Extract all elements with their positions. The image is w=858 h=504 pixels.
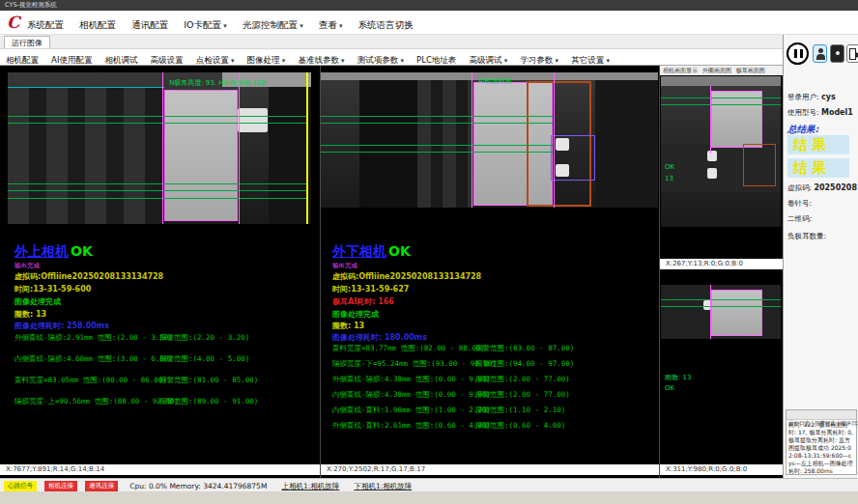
- menu-items: 系统配置 相机配置 通讯配置 IO卡配置 光源控制配置 查看 系统语言切换: [27, 11, 424, 35]
- toolbar-item-other-settings[interactable]: 其它设置: [571, 55, 610, 65]
- toolbar-item-spot-check[interactable]: 点检设置: [196, 55, 235, 65]
- toolbar-item-ai-usage[interactable]: AI使用配置: [51, 55, 92, 65]
- aux-bottom-pixel-coordinates: X:311;Y:980;R:0;G:0;B:0: [660, 464, 783, 475]
- green-measure-line: [8, 183, 307, 184]
- machine-dark-area: [359, 80, 417, 208]
- left-camera-subtitle: 输出完成: [14, 262, 40, 270]
- negative-tab-count-field: 负极耳数量:: [787, 232, 826, 241]
- qr-code-label: 二维码:: [787, 214, 812, 223]
- battery-cell-region: [164, 90, 238, 221]
- machine-structure: [8, 87, 162, 224]
- battery-cell-region: [711, 290, 762, 336]
- tab-run-image[interactable]: 运行图像: [4, 36, 50, 49]
- measurement-value: 隔膜宽度-上=90.56mm 范围:(88.00 - 92.00): [14, 397, 179, 406]
- green-measure-line: [321, 123, 553, 124]
- magenta-edge-line: [472, 72, 472, 208]
- menu-item-light-config[interactable]: 光源控制配置: [243, 19, 303, 30]
- toolbar-item-test-params[interactable]: 测试项参数: [358, 55, 404, 65]
- alarm-range: 报警范围:(2.00 - 77.00): [475, 390, 570, 400]
- toolbar-item-baseline-params[interactable]: 基准线参数: [298, 55, 344, 65]
- menu-item-comm-config[interactable]: 通讯配置: [131, 19, 168, 30]
- machine-structure: [417, 80, 473, 208]
- lock-screen-button[interactable]: [830, 44, 844, 63]
- model-label: 使用型号:: [787, 108, 819, 117]
- aux-tab-tab-view[interactable]: 极耳画面图: [736, 67, 765, 73]
- left-turn-count: 圈数: 13: [14, 309, 46, 320]
- log-box: 运行日志报警日志错误日志 耗时: 222, 极耳检测耗时: 17, 极耳分离耗时…: [786, 409, 857, 475]
- machine-dark-area: [269, 87, 311, 224]
- window-titlebar[interactable]: CYS-视觉检测系统: [0, 0, 858, 11]
- menu-item-io-config[interactable]: IO卡配置: [184, 19, 227, 30]
- lower-camera-fault-status[interactable]: 下相机1:相机故障: [354, 482, 412, 490]
- alarm-range: 报警范围:(2.20 - 3.20): [159, 333, 249, 343]
- tab-highlight-blob: [707, 151, 717, 161]
- left-camera-status: OK: [71, 243, 93, 259]
- exit-button[interactable]: [846, 44, 858, 63]
- pause-button[interactable]: [786, 42, 809, 65]
- magenta-edge-line: [554, 72, 555, 208]
- toolbar-item-plc-address[interactable]: PLC地址表: [416, 55, 456, 65]
- menu-item-camera-config[interactable]: 相机配置: [79, 19, 116, 30]
- left-virtual-code: 虚拟码:Offliine20250208133134728: [14, 271, 163, 282]
- menu-item-view[interactable]: 查看: [319, 19, 343, 30]
- measurement-row: 直料宽度=83.77mm 范围:(82.00 - 88.00) 报警范围:(83…: [332, 344, 651, 353]
- log-tabs: 运行日志报警日志错误日志: [786, 410, 856, 420]
- middle-pixel-coordinates: X:270;Y:2502;R:17;G:17;B:17: [321, 464, 659, 475]
- left-camera-title: 外上相机OK: [14, 243, 93, 261]
- login-user-field: 登录用户: cys: [787, 93, 836, 102]
- user-icon: [818, 48, 823, 53]
- toolbar-item-camera-debug[interactable]: 相机调试: [105, 55, 138, 65]
- left-camera-image[interactable]: N极耳高度: 93. H0:改判值:150: [8, 72, 311, 224]
- toolbar-item-advanced-debug[interactable]: 高级调试: [469, 55, 507, 65]
- aux-bottom-camera-image[interactable]: 圈数: 13 OK: [661, 271, 781, 463]
- measurement-value: 内侧直线-直料:1.90mm 范围:(1.00 - 2.20): [332, 406, 491, 414]
- alarm-range: 报警范围:(81.00 - 85.00): [159, 376, 258, 385]
- green-measure-line: [8, 198, 307, 199]
- app-window: CYS-视觉检测系统 系统配置 相机配置 通讯配置 IO卡配置 光源控制配置 查…: [0, 0, 858, 504]
- left-camera-name: 外上相机: [14, 243, 69, 259]
- panel-divider: [659, 66, 660, 478]
- exit-door-icon: [849, 48, 856, 60]
- toolbar: 相机配置 AI使用配置 相机调试 高级设置 点检设置 图像处理 基准线参数 测试…: [0, 48, 783, 66]
- middle-camera-name: 外下相机: [332, 243, 386, 259]
- toolbar-item-learning-params[interactable]: 学习参数: [520, 55, 558, 65]
- comm-connection-badge: 通讯连接: [85, 481, 118, 491]
- left-time: 时间:13-31-59-600: [14, 284, 91, 294]
- middle-image-overlay-text: AI检测画面: [478, 76, 512, 86]
- alarm-range: 报警范围:(94.00 - 97.00): [475, 359, 574, 369]
- tab-highlight-blob: [556, 164, 569, 177]
- status-bar: 心跳信号 相机连接 通讯连接 Cpu: 0.0% Memory: 3424.41…: [0, 478, 858, 491]
- app-logo-icon: [7, 13, 20, 32]
- middle-camera-image[interactable]: AI检测画面: [321, 72, 658, 208]
- battery-cell-region: [711, 91, 762, 148]
- measurement-row: 内侧直线-隔膜:4.60mm 范围:(3.00 - 6.00) 报警范围:(4.…: [14, 354, 314, 364]
- aux-top-pixel-coordinates: X:267;Y:13;R:0;G:0;B:0: [660, 259, 783, 269]
- magenta-edge-line: [710, 285, 711, 339]
- pin-number-field: 卷针号:: [787, 199, 812, 209]
- tab-strip: 运行图像: [0, 35, 858, 48]
- upper-camera-fault-status[interactable]: 上相机1:相机故障: [281, 482, 339, 490]
- machine-dark-area: [595, 80, 658, 208]
- login-user-button[interactable]: [813, 44, 827, 63]
- cpu-memory-status: Cpu: 0.0% Memory: 3424.41796875M: [129, 482, 267, 490]
- cyan-reference-line: [8, 87, 164, 88]
- toolbar-item-image-processing[interactable]: 图像处理: [247, 55, 286, 65]
- toolbar-item-advanced-settings[interactable]: 高级设置: [151, 55, 184, 65]
- left-pixel-coordinates: X:7677;Y:891;R:14;G:14;B:14: [0, 464, 320, 475]
- measurement-value: 内侧直线-隔膜:4.60mm 范围:(3.00 - 6.00): [14, 354, 173, 363]
- menu-item-system-config[interactable]: 系统配置: [27, 19, 64, 30]
- alarm-range: 报警范围:(1.10 - 2.10): [475, 406, 565, 415]
- model-value[interactable]: Model1: [821, 108, 853, 117]
- model-field: 使用型号: Model1: [787, 108, 853, 118]
- aux-top-overlay-text: 13: [665, 175, 673, 182]
- menu-item-language-switch[interactable]: 系统语言切换: [358, 19, 414, 30]
- ai-detect-rect-orange: [743, 144, 776, 186]
- toolbar-item-camera-config[interactable]: 相机配置: [6, 55, 39, 65]
- log-text[interactable]: 耗时: 222, 极耳检测耗时: 17, 极耳分离耗时: 0, 极耳提取分离耗时…: [786, 420, 856, 476]
- green-measure-line: [321, 152, 553, 153]
- green-measure-line: [8, 123, 307, 124]
- aux-top-camera-image[interactable]: OK 13: [661, 76, 781, 227]
- aux-tab-outer-view[interactable]: 外圈画面图: [702, 67, 731, 73]
- negative-tab-count-label: 负极耳数量:: [787, 232, 826, 240]
- green-measure-line: [8, 116, 307, 117]
